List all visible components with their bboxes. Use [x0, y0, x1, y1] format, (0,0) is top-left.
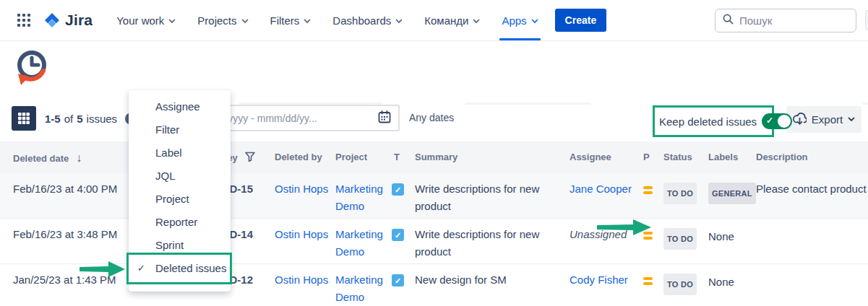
- any-dates-label: Any dates: [409, 112, 454, 123]
- nav-item-dashboards[interactable]: Dashboards: [322, 0, 413, 40]
- app-switcher-icon[interactable]: [12, 8, 36, 32]
- deleted-by-link[interactable]: Ostin Hops: [275, 180, 328, 198]
- issue-history-app-icon: [12, 47, 52, 95]
- search-input[interactable]: [739, 14, 848, 27]
- chevron-down-icon: [304, 19, 311, 24]
- task-type-icon: ✓: [392, 229, 404, 241]
- deleted-by-link[interactable]: Ostin Hops: [275, 271, 328, 289]
- column-header-assignee: Assignee: [570, 152, 611, 162]
- keep-deleted-issues-annotation-box: Keep deleted issues ✓: [653, 105, 774, 137]
- labels-none-text: None: [708, 274, 734, 291]
- column-header-summary: Summary: [415, 152, 457, 162]
- menu-item-label[interactable]: Label: [129, 141, 231, 164]
- nav-item-projects[interactable]: Projects: [186, 0, 259, 40]
- menu-item-jql[interactable]: JQL: [129, 164, 231, 187]
- column-header-status: Status: [663, 152, 692, 162]
- toggle-knob: [778, 115, 791, 128]
- keep-deleted-issues-toggle[interactable]: ✓: [762, 113, 792, 129]
- chevron-down-icon: [241, 19, 249, 24]
- description-cell: Please contact product m: [756, 180, 868, 198]
- keep-deleted-issues-label: Keep deleted issues: [659, 115, 757, 128]
- cut-off-element: [865, 10, 868, 30]
- task-type-icon: ✓: [392, 274, 404, 287]
- nav-menu: Your work Projects Filters Dashboards Ко…: [106, 0, 549, 40]
- nav-item-filters[interactable]: Filters: [259, 0, 322, 40]
- check-icon: ✓: [137, 263, 145, 274]
- menu-item-assignee[interactable]: Assignee: [129, 95, 231, 118]
- check-icon: ✓: [766, 115, 773, 126]
- jira-logo-text: Jira: [65, 12, 93, 29]
- nav-item-teams[interactable]: Команди: [413, 0, 491, 40]
- export-download-icon: [793, 112, 807, 128]
- project-link[interactable]: Marketing Demo: [335, 271, 387, 306]
- status-badge: TO DO: [663, 228, 697, 250]
- summary-cell: New design for SM: [415, 271, 559, 289]
- export-button[interactable]: Export: [786, 106, 861, 133]
- column-header-labels: Labels: [708, 152, 738, 162]
- menu-item-project[interactable]: Project: [129, 187, 231, 210]
- calendar-icon[interactable]: [378, 110, 391, 126]
- deleted-date-cell: Jan/25/23 at 1:43 PM: [13, 271, 116, 289]
- column-header-deleted-by: Deleted by: [275, 152, 322, 162]
- priority-medium-icon: [643, 186, 653, 196]
- select-issues-by-menu: Assignee Filter Label JQL Project Report…: [129, 90, 231, 292]
- project-link[interactable]: Marketing Demo: [335, 226, 387, 261]
- deleted-by-link[interactable]: Ostin Hops: [275, 226, 328, 243]
- chevron-down-icon: [395, 19, 403, 24]
- column-header-description: Description: [756, 152, 808, 162]
- menu-item-sprint[interactable]: Sprint: [129, 233, 231, 256]
- search-box[interactable]: [715, 9, 856, 32]
- task-type-icon: ✓: [392, 183, 404, 196]
- labels-none-text: None: [708, 228, 734, 245]
- sort-descending-icon: ↓: [76, 152, 82, 165]
- status-badge: TO DO: [663, 183, 697, 204]
- status-badge: TO DO: [663, 274, 697, 295]
- jira-logo-icon: [43, 12, 61, 29]
- jira-logo[interactable]: Jira: [43, 12, 93, 29]
- priority-medium-icon: [643, 232, 653, 242]
- chevron-down-icon: [848, 117, 855, 122]
- summary-cell: Write descriptions for new product: [415, 180, 559, 215]
- chevron-down-icon: [473, 19, 480, 24]
- assignee-link[interactable]: Cody Fisher: [570, 271, 628, 289]
- deleted-date-cell: Feb/16/23 at 4:00 PM: [13, 180, 117, 198]
- column-header-project: Project: [335, 152, 367, 162]
- menu-item-reporter[interactable]: Reporter: [129, 210, 231, 233]
- chevron-down-icon: [531, 19, 538, 24]
- summary-cell: Write descriptions for new product: [415, 226, 559, 261]
- create-button[interactable]: Create: [555, 9, 607, 32]
- assignee-unassigned: Unassigned: [570, 226, 627, 243]
- priority-medium-icon: [643, 277, 653, 287]
- deleted-date-cell: Feb/16/23 at 3:48 PM: [13, 226, 117, 243]
- chevron-down-icon: [168, 19, 176, 24]
- assignee-link[interactable]: Jane Cooper: [570, 180, 632, 198]
- project-link[interactable]: Marketing Demo: [335, 180, 387, 215]
- issue-count: 1-5 of 5 issues i: [45, 113, 137, 125]
- search-icon: [723, 14, 734, 27]
- nav-item-your-work[interactable]: Your work: [106, 0, 186, 40]
- column-header-type: T: [394, 152, 400, 162]
- menu-item-deleted-issues[interactable]: ✓ Deleted issues: [129, 256, 231, 279]
- table-view-icon[interactable]: [12, 106, 36, 131]
- menu-item-filter[interactable]: Filter: [129, 118, 231, 141]
- column-header-priority: P: [643, 152, 650, 162]
- nav-item-apps[interactable]: Apps: [491, 0, 549, 40]
- top-navbar: Jira Your work Projects Filters Dashboar…: [0, 0, 868, 41]
- column-header-deleted-date[interactable]: Deleted date ↓: [13, 152, 82, 165]
- label-badge: GENERAL: [708, 183, 756, 204]
- filter-funnel-icon[interactable]: [245, 152, 255, 164]
